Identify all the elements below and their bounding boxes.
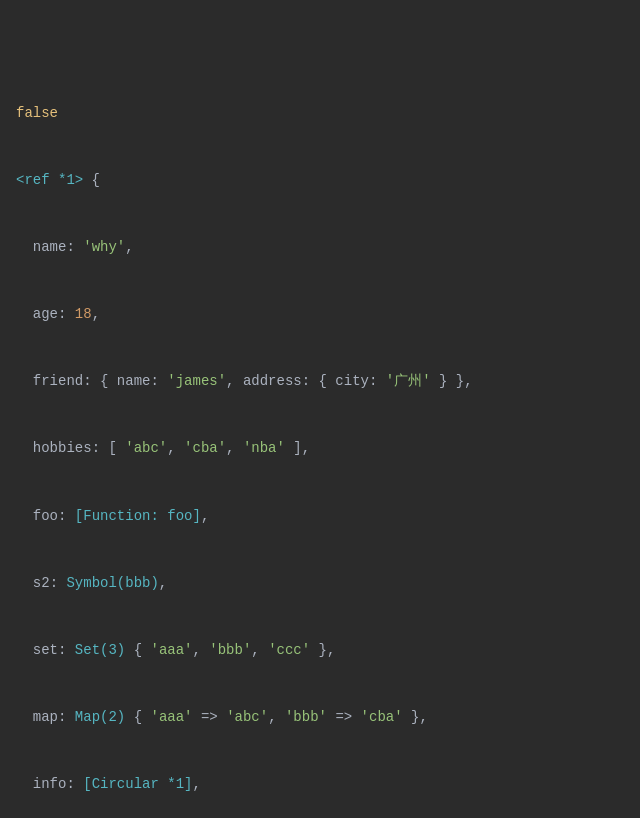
line-age-1: age: 18, bbox=[16, 303, 624, 325]
line-s2-1: s2: Symbol(bbb), bbox=[16, 572, 624, 594]
line-info-1: info: [Circular *1], bbox=[16, 773, 624, 795]
line-map-1: map: Map(2) { 'aaa' => 'abc', 'bbb' => '… bbox=[16, 706, 624, 728]
line-foo-1: foo: [Function: foo], bbox=[16, 505, 624, 527]
line-hobbies-1: hobbies: [ 'abc', 'cba', 'nba' ], bbox=[16, 437, 624, 459]
line-false-1: false bbox=[16, 102, 624, 124]
line-ref-1: <ref *1> { bbox=[16, 169, 624, 191]
code-output: false <ref *1> { name: 'why', age: 18, f… bbox=[16, 12, 624, 818]
line-friend-1: friend: { name: 'james', address: { city… bbox=[16, 370, 624, 392]
line-set-1: set: Set(3) { 'aaa', 'bbb', 'ccc' }, bbox=[16, 639, 624, 661]
line-name-1: name: 'why', bbox=[16, 236, 624, 258]
